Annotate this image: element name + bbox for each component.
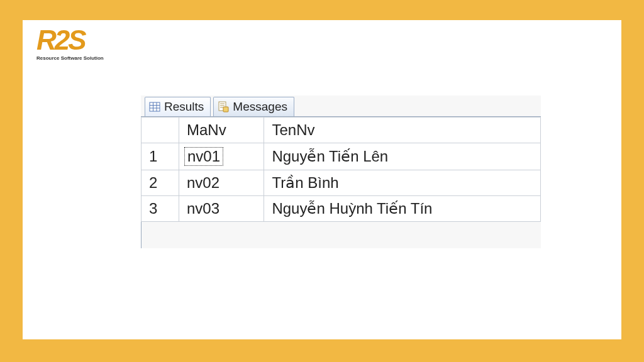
cell-manv[interactable]: nv02 [179, 170, 264, 196]
grid-icon [149, 101, 160, 112]
table-row[interactable]: 1 nv01 Nguyễn Tiến Lên [142, 143, 541, 170]
cell-tennv[interactable]: Trần Bình [264, 170, 541, 196]
tab-results-label: Results [164, 100, 204, 114]
row-num[interactable]: 1 [142, 143, 179, 170]
row-num[interactable]: 2 [142, 170, 179, 196]
tab-messages-label: Messages [233, 100, 287, 114]
logo-tagline: Resource Software Solution [36, 55, 104, 61]
cell-manv[interactable]: nv01 [179, 143, 264, 170]
logo-text: R2S [36, 26, 85, 54]
document-db-icon [218, 101, 229, 112]
grid-trailer [141, 222, 541, 248]
cell-tennv[interactable]: Nguyễn Tiến Lên [264, 143, 541, 170]
logo: R2S Resource Software Solution [36, 26, 104, 61]
row-num[interactable]: 3 [142, 196, 179, 222]
cell-manv[interactable]: nv03 [179, 196, 264, 222]
table-row[interactable]: 2 nv02 Trần Bình [142, 170, 541, 196]
result-grid[interactable]: MaNv TenNv 1 nv01 Nguyễn Tiến Lên 2 nv02… [141, 117, 541, 222]
tab-messages[interactable]: Messages [213, 97, 294, 116]
row-header-blank [142, 118, 179, 143]
cell-tennv[interactable]: Nguyễn Huỳnh Tiến Tín [264, 196, 541, 222]
table-row[interactable]: 3 nv03 Nguyễn Huỳnh Tiến Tín [142, 196, 541, 222]
selected-cell: nv01 [184, 147, 223, 166]
results-pane: Results Messages MaNv TenNv [141, 96, 541, 248]
card: R2S Resource Software Solution Results [23, 20, 621, 339]
tab-bar: Results Messages [141, 96, 541, 117]
tab-results[interactable]: Results [145, 97, 211, 116]
col-header-tennv[interactable]: TenNv [264, 118, 541, 143]
col-header-manv[interactable]: MaNv [179, 118, 264, 143]
svg-rect-9 [223, 107, 228, 112]
svg-rect-0 [150, 102, 160, 111]
